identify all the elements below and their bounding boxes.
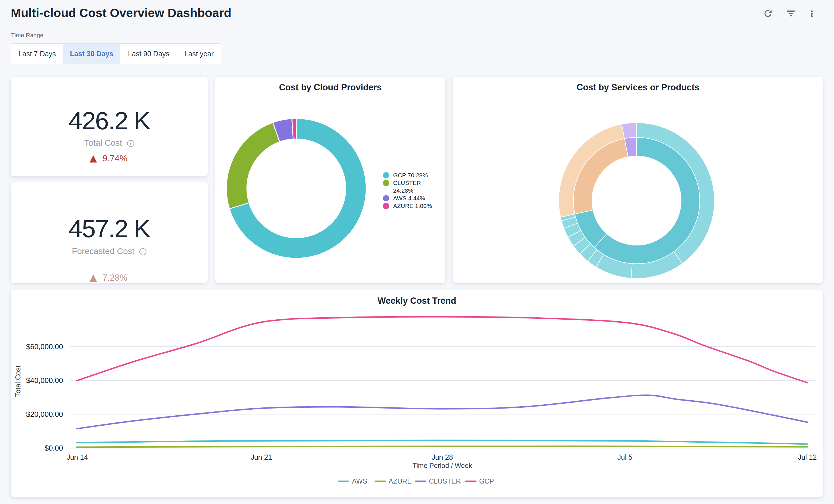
svg-text:Jul 12: Jul 12 — [798, 453, 817, 461]
svg-text:CLUSTER: CLUSTER — [429, 477, 461, 485]
svg-text:$60,000.00: $60,000.00 — [26, 342, 63, 351]
svg-text:Jun 28: Jun 28 — [432, 453, 453, 461]
svg-text:Jun 21: Jun 21 — [250, 453, 272, 461]
svg-text:Jun 14: Jun 14 — [66, 453, 88, 461]
svg-text:AZURE: AZURE — [389, 477, 412, 485]
svg-text:AWS: AWS — [352, 477, 367, 485]
svg-text:Total Cost: Total Cost — [14, 365, 22, 397]
svg-text:$0.00: $0.00 — [45, 444, 63, 452]
svg-text:Jul 5: Jul 5 — [618, 453, 633, 461]
svg-text:$20,000.00: $20,000.00 — [26, 410, 63, 418]
svg-text:$40,000.00: $40,000.00 — [26, 376, 63, 385]
svg-text:GCP: GCP — [479, 477, 494, 485]
svg-text:Time Period / Week: Time Period / Week — [413, 462, 472, 469]
